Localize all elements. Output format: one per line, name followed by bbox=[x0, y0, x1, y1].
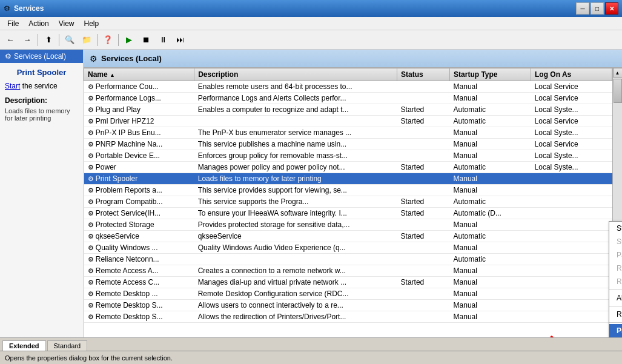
back-button[interactable]: ← bbox=[2, 33, 18, 47]
table-row[interactable]: ⚙ Remote Access C... Manages dial-up and… bbox=[84, 277, 612, 288]
service-name: ⚙ Print Spooler bbox=[84, 173, 194, 185]
service-status: Started bbox=[397, 196, 450, 208]
service-name: ⚙ Remote Desktop S... bbox=[84, 311, 194, 323]
stop-service-button[interactable]: ⏹ bbox=[138, 33, 154, 47]
table-row[interactable]: ⚙ Portable Device E... Enforces group po… bbox=[84, 150, 612, 162]
service-name: ⚙ PNRP Machine Na... bbox=[84, 139, 194, 150]
service-startup: Manual bbox=[450, 265, 531, 277]
service-startup: Manual bbox=[450, 150, 531, 162]
col-startup[interactable]: Startup Type bbox=[450, 68, 531, 81]
table-row[interactable]: ⚙ Remote Desktop ... Remote Desktop Conf… bbox=[84, 288, 612, 300]
service-status bbox=[397, 265, 450, 277]
service-status: Started bbox=[397, 277, 450, 288]
service-icon: ⚙ bbox=[88, 175, 94, 182]
table-row[interactable]: ⚙ Power Manages power policy and power p… bbox=[84, 162, 612, 173]
sidebar-panel-title: Print Spooler bbox=[5, 68, 78, 77]
ctx-item-all-tasks[interactable]: All Tasks▶ bbox=[609, 291, 622, 305]
menu-file[interactable]: File bbox=[2, 18, 24, 29]
pause-service-button[interactable]: ⏸ bbox=[155, 33, 171, 47]
service-logon bbox=[531, 242, 612, 254]
service-icon: ⚙ bbox=[88, 106, 94, 113]
service-logon bbox=[531, 185, 612, 196]
service-description: Allows the redirection of Printers/Drive… bbox=[194, 311, 397, 323]
window-title: Services bbox=[14, 4, 572, 13]
table-row[interactable]: ⚙ Remote Desktop S... Allows users to co… bbox=[84, 300, 612, 311]
resume-service-button[interactable]: ⏭ bbox=[172, 33, 188, 47]
up-button[interactable]: ⬆ bbox=[41, 33, 56, 47]
start-service-link[interactable]: Start bbox=[5, 82, 20, 90]
table-row[interactable]: ⚙ Performance Logs... Performance Logs a… bbox=[84, 93, 612, 104]
scroll-up-button[interactable]: ▲ bbox=[613, 68, 623, 78]
service-icon: ⚙ bbox=[88, 267, 94, 274]
service-startup: Automatic bbox=[450, 116, 531, 127]
service-icon: ⚙ bbox=[88, 117, 94, 125]
tab-standard[interactable]: Standard bbox=[47, 340, 88, 351]
service-logon bbox=[531, 219, 612, 231]
close-button[interactable]: ✕ bbox=[605, 2, 618, 15]
service-name: ⚙ Remote Desktop S... bbox=[84, 300, 194, 311]
col-logon[interactable]: Log On As bbox=[531, 68, 612, 81]
table-row[interactable]: ⚙ Reliance Netconn... Automatic bbox=[84, 254, 612, 265]
service-name: ⚙ PnP-X IP Bus Enu... bbox=[84, 127, 194, 139]
service-startup: Manual bbox=[450, 81, 531, 93]
table-row[interactable]: ⚙ Remote Desktop S... Allows the redirec… bbox=[84, 311, 612, 323]
service-status: Started bbox=[397, 162, 450, 173]
ctx-item-refresh[interactable]: Refresh bbox=[609, 308, 622, 321]
table-row[interactable]: ⚙ Remote Access A... Creates a connectio… bbox=[84, 265, 612, 277]
scroll-thumb[interactable] bbox=[614, 79, 622, 103]
minimize-button[interactable]: ─ bbox=[576, 2, 589, 15]
sidebar-item-services[interactable]: ⚙ Services (Local) bbox=[0, 50, 83, 63]
service-logon: Local Syste... bbox=[531, 150, 612, 162]
menu-action[interactable]: Action bbox=[24, 18, 53, 29]
table-row[interactable]: ⚙ PNRP Machine Na... This service publis… bbox=[84, 139, 612, 150]
search-button[interactable]: 🔍 bbox=[62, 33, 78, 47]
service-description: qkseeService bbox=[194, 231, 397, 242]
service-logon: Local Service bbox=[531, 116, 612, 127]
ctx-item-properties[interactable]: Properties bbox=[609, 324, 622, 337]
maximize-button[interactable]: □ bbox=[591, 2, 604, 15]
table-row[interactable]: ⚙ Pml Driver HPZ12 Started Automatic Loc… bbox=[84, 116, 612, 127]
service-logon bbox=[531, 300, 612, 311]
table-row[interactable]: ⚙ Performance Cou... Enables remote user… bbox=[84, 81, 612, 93]
status-text: Opens the properties dialog box for the … bbox=[5, 354, 173, 362]
table-row[interactable]: ⚙ PnP-X IP Bus Enu... The PnP-X bus enum… bbox=[84, 127, 612, 139]
service-description: This service publishes a machine name us… bbox=[194, 139, 397, 150]
service-startup: Automatic bbox=[450, 196, 531, 208]
table-row[interactable]: ⚙ Protected Storage Provides protected s… bbox=[84, 219, 612, 231]
col-description[interactable]: Description bbox=[194, 68, 397, 81]
table-row[interactable]: ⚙ Print Spooler Loads files to memory fo… bbox=[84, 173, 612, 185]
tab-extended[interactable]: Extended bbox=[2, 340, 46, 351]
service-icon: ⚙ bbox=[88, 221, 94, 228]
service-status bbox=[397, 300, 450, 311]
service-description: Performance Logs and Alerts Collects per… bbox=[194, 93, 397, 104]
ctx-item-restart: Restart bbox=[609, 275, 622, 288]
service-icon: ⚙ bbox=[88, 187, 94, 194]
table-row[interactable]: ⚙ Protect Service(IH... To ensure your I… bbox=[84, 208, 612, 219]
start-service-button[interactable]: ▶ bbox=[121, 33, 137, 47]
service-description: Allows users to connect interactively to… bbox=[194, 300, 397, 311]
service-status bbox=[397, 219, 450, 231]
col-status[interactable]: Status bbox=[397, 68, 450, 81]
table-row[interactable]: ⚙ Plug and Play Enables a computer to re… bbox=[84, 104, 612, 116]
menu-help[interactable]: Help bbox=[79, 18, 104, 29]
service-status bbox=[397, 242, 450, 254]
service-startup: Manual bbox=[450, 300, 531, 311]
col-name[interactable]: Name ▲ bbox=[84, 68, 194, 81]
table-row[interactable]: ⚙ Quality Windows ... Quality Windows Au… bbox=[84, 242, 612, 254]
table-row[interactable]: ⚙ Problem Reports a... This service prov… bbox=[84, 185, 612, 196]
service-logon bbox=[531, 254, 612, 265]
service-icon: ⚙ bbox=[88, 290, 94, 297]
table-row[interactable]: ⚙ Program Compatib... This service suppo… bbox=[84, 196, 612, 208]
folders-button[interactable]: 📁 bbox=[79, 33, 94, 47]
table-row[interactable]: ⚙ qkseeService qkseeService Started Auto… bbox=[84, 231, 612, 242]
service-description bbox=[194, 116, 397, 127]
forward-button[interactable]: → bbox=[19, 33, 35, 47]
menu-view[interactable]: View bbox=[54, 18, 79, 29]
ctx-item-start[interactable]: Start bbox=[609, 222, 622, 235]
help-button[interactable]: ❓ bbox=[100, 33, 116, 47]
service-name: ⚙ Problem Reports a... bbox=[84, 185, 194, 196]
services-table-container[interactable]: Name ▲ Description Status Startup Type L… bbox=[84, 68, 612, 337]
service-name: ⚙ Portable Device E... bbox=[84, 150, 194, 162]
service-status bbox=[397, 173, 450, 185]
service-status bbox=[397, 150, 450, 162]
